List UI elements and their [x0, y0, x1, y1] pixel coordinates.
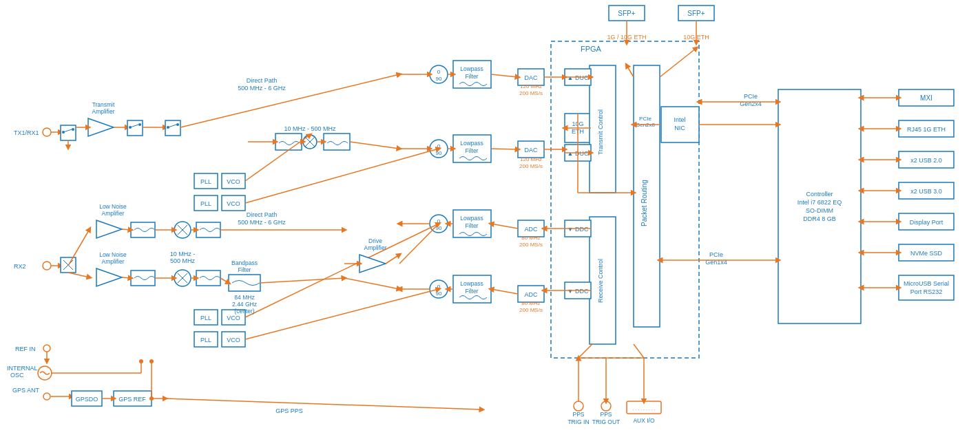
- svg-point-167: [574, 401, 583, 411]
- svg-text:500 MHz - 6 GHz: 500 MHz - 6 GHz: [238, 219, 286, 226]
- svg-point-104: [176, 123, 179, 126]
- lpf2-line1: Lowpass: [460, 140, 483, 147]
- svg-point-109: [43, 262, 51, 270]
- freq-10-500-label1: 10 MHz - 500 MHz: [284, 125, 336, 132]
- pll4-label: PLL: [200, 337, 211, 343]
- svg-line-166: [165, 399, 482, 410]
- svg-text:500 MHz: 500 MHz: [170, 257, 196, 264]
- svg-text:Amplifier: Amplifier: [101, 210, 124, 217]
- freq-84-244-label: 84 MHz: [234, 294, 254, 301]
- vco2-label: VCO: [227, 200, 240, 207]
- svg-text:(center): (center): [234, 308, 254, 315]
- svg-text:NIC: NIC: [674, 125, 685, 131]
- lpf3-line1: Lowpass: [460, 215, 483, 222]
- pcie-gen1x4-label-text: PCIe: [709, 251, 723, 258]
- transmit-amp-label2: Amplifier: [92, 108, 114, 115]
- svg-line-148: [68, 229, 90, 266]
- svg-line-84: [245, 149, 439, 203]
- vco1-label: VCO: [227, 178, 240, 185]
- svg-marker-94: [88, 118, 114, 136]
- dac1-freq: 120 MHz: [520, 83, 542, 89]
- ref-in-label: REF IN: [15, 346, 36, 352]
- vco3-label: VCO: [227, 315, 240, 321]
- svg-line-182: [627, 65, 634, 77]
- svg-line-51: [491, 149, 518, 149]
- adc1-label: ADC: [524, 226, 538, 233]
- pps-trig-in-label: PPS: [572, 411, 584, 418]
- pcie-gen2x8-label: PCIe: [639, 116, 651, 122]
- svg-point-99: [138, 123, 141, 126]
- fpga-boundary: [551, 41, 699, 358]
- usb2-label: x2 USB 2.0: [910, 157, 942, 164]
- svg-line-138: [122, 229, 131, 230]
- adc2-rate: 200 MS/s: [519, 307, 543, 313]
- adc2-label: ADC: [524, 291, 538, 298]
- lpf2-line2: Filter: [466, 147, 479, 154]
- gps-ant-label: GPS ANT: [12, 387, 40, 394]
- svg-line-74: [350, 142, 399, 149]
- svg-point-91: [72, 128, 74, 131]
- svg-rect-13: [778, 89, 861, 323]
- controller-line4: DDR4 8 GB: [803, 215, 836, 222]
- internal-osc-label: INTERNAL: [7, 365, 38, 372]
- controller-line3: SO-DIMM: [806, 207, 833, 214]
- svg-line-53: [491, 289, 518, 294]
- svg-line-147: [344, 278, 399, 289]
- ddc2-label: ▼ DDC: [567, 288, 589, 295]
- microusb-line1: MicroUSB Serial: [904, 280, 949, 287]
- freq-10-500-rx2: 10 MHz -: [170, 251, 196, 257]
- pll1-label: PLL: [200, 178, 211, 185]
- lna1-label-text: Low Noise: [99, 203, 127, 210]
- dac2-rate: 200 MS/s: [519, 163, 543, 169]
- gpsdo-box-label: GPSDO: [76, 396, 98, 403]
- svg-line-137: [399, 224, 439, 264]
- aux-io-dots: . . . . . . . . .: [632, 406, 655, 411]
- dac2-freq: 120 MHz: [520, 156, 542, 162]
- duc1-label: ▲ DUC: [567, 74, 589, 81]
- lpf4-line2: Filter: [466, 288, 479, 295]
- svg-line-177: [634, 344, 644, 358]
- svg-line-145: [220, 278, 229, 283]
- fpga-label: FPGA: [581, 45, 602, 53]
- dac1-label: DAC: [524, 74, 538, 81]
- mixer-rx-upper-0: 0: [437, 218, 441, 224]
- receive-control-label: Receive Control: [597, 259, 604, 303]
- sfp-plus-2-label: SFP+: [687, 10, 705, 17]
- svg-line-149: [68, 273, 90, 277]
- mixer-tx-upper-0: 0: [437, 69, 441, 75]
- block-diagram: FPGA SFP+ SFP+ 1G / 10G ETH 10G ETH Pack…: [0, 0, 980, 435]
- aux-io-label: AUX I/O: [633, 417, 655, 424]
- svg-point-87: [43, 128, 51, 136]
- svg-rect-129: [229, 275, 260, 291]
- eth-1g-10g-label: 1G / 10G ETH: [607, 34, 646, 41]
- transmit-control-label: Transmit Control: [597, 109, 604, 155]
- packet-routing-label: Packet Routing: [640, 180, 648, 226]
- dac1-rate: 200 MS/s: [519, 90, 543, 96]
- controller-line2: Intel i7 6822 EQ: [797, 199, 842, 206]
- svg-text:500 MHz - 6 GHz: 500 MHz - 6 GHz: [238, 85, 286, 92]
- nvme-label: NVMe SSD: [910, 250, 943, 257]
- gps-ref-label: GPS REF: [118, 396, 146, 403]
- drive-amp-label: Drive: [368, 237, 382, 244]
- svg-line-142: [122, 277, 131, 278]
- svg-line-52: [491, 224, 518, 229]
- lpf1-line2: Filter: [466, 73, 479, 80]
- sfp-plus-1-label: SFP+: [618, 10, 635, 17]
- bandpass-filter-label: Bandpass: [231, 259, 258, 266]
- svg-text:2.44 GHz: 2.44 GHz: [232, 301, 257, 308]
- svg-line-85: [245, 224, 439, 317]
- adc2-freq: 80 MHz: [521, 300, 541, 306]
- vco4-label: VCO: [227, 337, 240, 343]
- lpf1-line1: Lowpass: [460, 65, 483, 72]
- svg-marker-134: [359, 255, 386, 273]
- pll2-label: PLL: [200, 200, 211, 207]
- svg-text:TRIG OUT: TRIG OUT: [592, 418, 621, 425]
- ddc1-label: ▼ DDC: [567, 226, 589, 233]
- svg-line-50: [491, 74, 518, 77]
- svg-point-156: [139, 359, 143, 363]
- dac2-label: DAC: [524, 147, 538, 153]
- rj45-label: RJ45 1G ETH: [907, 126, 946, 133]
- adc1-rate: 200 MS/s: [519, 242, 543, 248]
- display-port-label: Display Port: [910, 219, 943, 226]
- svg-point-165: [149, 359, 154, 363]
